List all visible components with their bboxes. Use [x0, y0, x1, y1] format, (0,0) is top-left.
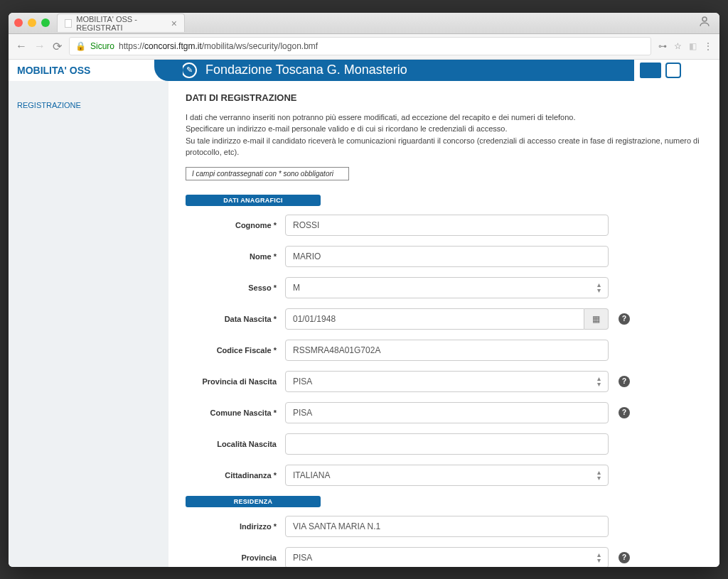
label-localita-nascita: Località Nascita: [186, 440, 285, 448]
help-icon[interactable]: ?: [619, 313, 630, 325]
minimize-icon[interactable]: [28, 18, 36, 27]
app-header: MOBILITA' OSS ✎ Fondazione Toscana G. Mo…: [9, 60, 719, 81]
label-sesso: Sesso *: [186, 283, 285, 292]
select-provincia-nascita-value: PISA: [293, 377, 312, 386]
key-icon[interactable]: ⊶: [658, 41, 667, 51]
page-title: DATI DI REGISTRAZIONE: [186, 92, 702, 103]
input-indirizzo[interactable]: [285, 516, 609, 537]
intro-line-2: Specificare un indirizzo e-mail personal…: [186, 123, 702, 135]
profile-icon[interactable]: [698, 15, 711, 31]
url-path: /mobilita/ws/security/logon.bmf: [202, 41, 318, 51]
help-icon[interactable]: ?: [619, 376, 630, 387]
chevron-updown-icon: ▴▾: [597, 376, 601, 387]
address-bar: ← → ⟳ 🔒 Sicuro https://concorsi.ftgm.it/…: [9, 34, 719, 60]
input-comune-nascita[interactable]: [285, 402, 609, 423]
label-codice-fiscale: Codice Fiscale *: [186, 346, 285, 355]
sidebar: REGISTRAZIONE: [9, 81, 168, 567]
main-panel: DATI DI REGISTRAZIONE I dati che verrann…: [168, 81, 719, 567]
browser-window: MOBILITA' OSS - REGISTRATI × ← → ⟳ 🔒 Sic…: [9, 13, 719, 567]
intro-line-3: Su tale indirizzo e-mail il candidato ri…: [186, 135, 702, 158]
label-data-nascita: Data Nascita *: [186, 315, 285, 323]
section-anagrafici: DATI ANAGRAFICI: [186, 195, 321, 206]
url-host: concorsi.ftgm.it: [144, 41, 202, 51]
tab-title: MOBILITA' OSS - REGISTRATI: [76, 15, 167, 32]
chevron-updown-icon: ▴▾: [597, 552, 601, 563]
menu-icon[interactable]: ⋮: [704, 41, 712, 51]
forward-icon: →: [34, 40, 46, 53]
input-cognome[interactable]: [285, 215, 609, 236]
svg-point-0: [702, 17, 707, 21]
required-fields-note: I campi contrassegnati con * sono obblig…: [186, 167, 349, 180]
label-cognome: Cognome *: [186, 221, 285, 229]
titlebar: MOBILITA' OSS - REGISTRATI ×: [9, 13, 719, 34]
section-residenza: RESIDENZA: [186, 496, 321, 507]
back-icon[interactable]: ←: [16, 40, 27, 53]
star-icon[interactable]: ☆: [674, 41, 682, 51]
partner-icon: [665, 63, 681, 78]
window-controls: [14, 18, 50, 27]
select-provincia-nascita[interactable]: PISA ▴▾: [285, 371, 609, 392]
browser-tab[interactable]: MOBILITA' OSS - REGISTRATI ×: [57, 13, 185, 32]
reload-icon[interactable]: ⟳: [53, 40, 62, 53]
chevron-updown-icon: ▴▾: [597, 470, 601, 481]
select-provincia-value: PISA: [293, 553, 312, 563]
app-header-right: [634, 63, 719, 78]
favicon-icon: [65, 19, 72, 28]
select-sesso[interactable]: M ▴▾: [285, 277, 609, 298]
secure-label: Sicuro: [90, 41, 114, 51]
input-data-nascita[interactable]: [285, 308, 584, 330]
chevron-updown-icon: ▴▾: [597, 282, 601, 293]
close-icon[interactable]: [14, 18, 23, 27]
sst-badge-icon: [640, 63, 661, 78]
label-nome: Nome *: [186, 252, 285, 261]
tab-close-icon[interactable]: ×: [171, 18, 177, 29]
help-icon[interactable]: ?: [619, 407, 630, 418]
url-text: https://concorsi.ftgm.it/mobilita/ws/sec…: [119, 41, 318, 51]
maximize-icon[interactable]: [41, 18, 50, 27]
extension-icon[interactable]: ◧: [689, 41, 697, 51]
url-prefix: https://: [119, 41, 144, 51]
omnibox[interactable]: 🔒 Sicuro https://concorsi.ftgm.it/mobili…: [69, 37, 651, 55]
label-comune-nascita: Comune Nascita *: [186, 408, 285, 417]
input-codice-fiscale[interactable]: [285, 340, 609, 361]
input-nome[interactable]: [285, 246, 609, 267]
intro-text: I dati che verranno inseriti non potrann…: [186, 112, 702, 158]
app-title-bar: ✎ Fondazione Toscana G. Monasterio: [168, 60, 634, 81]
app-title: Fondazione Toscana G. Monasterio: [205, 63, 407, 77]
lock-icon: 🔒: [75, 41, 86, 51]
select-cittadinanza[interactable]: ITALIANA ▴▾: [285, 465, 609, 486]
calendar-button[interactable]: ▦: [584, 308, 609, 330]
label-provincia-nascita: Provincia di Nascita: [186, 377, 285, 386]
page-content: MOBILITA' OSS ✎ Fondazione Toscana G. Mo…: [9, 60, 719, 567]
select-sesso-value: M: [293, 283, 300, 293]
label-indirizzo: Indirizzo *: [186, 522, 285, 531]
sidebar-item-registrazione[interactable]: REGISTRAZIONE: [9, 95, 168, 115]
addrbar-right: ⊶ ☆ ◧ ⋮: [658, 41, 712, 51]
select-cittadinanza-value: ITALIANA: [293, 470, 330, 480]
calendar-icon: ▦: [592, 314, 600, 324]
app-brand: MOBILITA' OSS: [9, 60, 168, 81]
label-cittadinanza: Cittadinanza *: [186, 471, 285, 480]
help-icon[interactable]: ?: [619, 552, 630, 563]
label-provincia: Provincia: [186, 553, 285, 562]
logo-icon: ✎: [181, 63, 197, 78]
input-localita-nascita[interactable]: [285, 433, 609, 455]
intro-line-1: I dati che verranno inseriti non potrann…: [186, 112, 702, 124]
select-provincia[interactable]: PISA ▴▾: [285, 547, 609, 567]
